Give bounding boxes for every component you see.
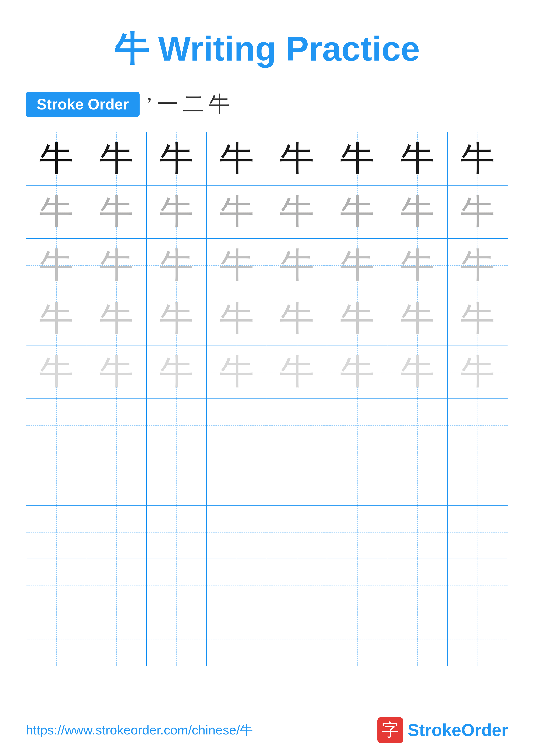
grid-cell[interactable]: 牛 bbox=[387, 345, 447, 399]
grid-cell[interactable]: 牛 bbox=[87, 132, 146, 186]
grid-cell[interactable]: 牛 bbox=[267, 345, 327, 399]
grid-cell[interactable] bbox=[87, 505, 146, 559]
grid-cell[interactable] bbox=[327, 452, 387, 506]
grid-cell[interactable] bbox=[327, 505, 387, 559]
grid-cell[interactable]: 牛 bbox=[207, 239, 267, 292]
grid-cell[interactable] bbox=[207, 505, 267, 559]
grid-cell[interactable]: 牛 bbox=[26, 186, 87, 239]
grid-cell[interactable]: 牛 bbox=[147, 239, 207, 292]
grid-cell[interactable] bbox=[87, 559, 146, 612]
footer-logo: 字 StrokeOrder bbox=[377, 717, 508, 743]
grid-cell[interactable] bbox=[207, 612, 267, 666]
grid-cell[interactable]: 牛 bbox=[447, 292, 508, 346]
grid-cell[interactable] bbox=[327, 559, 387, 612]
footer: https://www.strokeorder.com/chinese/牛 字 … bbox=[26, 717, 508, 743]
grid-cell[interactable]: 牛 bbox=[267, 186, 327, 239]
grid-cell[interactable] bbox=[207, 452, 267, 506]
grid-cell[interactable]: 牛 bbox=[147, 292, 207, 346]
grid-cell[interactable]: 牛 bbox=[147, 186, 207, 239]
grid-cell[interactable]: 牛 bbox=[387, 132, 447, 186]
grid-cell[interactable]: 牛 bbox=[267, 239, 327, 292]
grid-cell[interactable] bbox=[387, 612, 447, 666]
grid-cell[interactable] bbox=[147, 399, 207, 452]
practice-char: 牛 bbox=[159, 189, 194, 235]
grid-cell[interactable]: 牛 bbox=[327, 239, 387, 292]
grid-cell[interactable]: 牛 bbox=[327, 345, 387, 399]
grid-cell[interactable]: 牛 bbox=[447, 186, 508, 239]
grid-cell[interactable] bbox=[387, 399, 447, 452]
grid-cell[interactable]: 牛 bbox=[147, 132, 207, 186]
grid-cell[interactable]: 牛 bbox=[207, 292, 267, 346]
practice-char: 牛 bbox=[460, 349, 495, 395]
grid-cell[interactable] bbox=[207, 399, 267, 452]
stroke-3: 二 bbox=[183, 90, 204, 119]
grid-cell[interactable] bbox=[147, 612, 207, 666]
grid-cell[interactable] bbox=[327, 612, 387, 666]
grid-cell[interactable] bbox=[147, 452, 207, 506]
grid-cell[interactable] bbox=[447, 505, 508, 559]
grid-cell[interactable] bbox=[26, 559, 87, 612]
grid-cell[interactable]: 牛 bbox=[26, 132, 87, 186]
grid-cell[interactable] bbox=[387, 505, 447, 559]
grid-cell[interactable] bbox=[26, 452, 87, 506]
practice-char: 牛 bbox=[280, 349, 314, 395]
grid-cell[interactable]: 牛 bbox=[387, 186, 447, 239]
grid-cell[interactable]: 牛 bbox=[26, 345, 87, 399]
grid-cell[interactable] bbox=[26, 612, 87, 666]
stroke-order-section: Stroke Order ’ 一 二 牛 bbox=[26, 90, 508, 119]
grid-cell[interactable]: 牛 bbox=[327, 132, 387, 186]
grid-cell[interactable]: 牛 bbox=[207, 186, 267, 239]
grid-cell[interactable]: 牛 bbox=[447, 132, 508, 186]
grid-cell[interactable] bbox=[267, 452, 327, 506]
grid-cell[interactable]: 牛 bbox=[207, 345, 267, 399]
practice-char: 牛 bbox=[39, 189, 73, 235]
stroke-order-strokes: ’ 一 二 牛 bbox=[146, 90, 230, 119]
grid-cell[interactable] bbox=[267, 505, 327, 559]
grid-cell[interactable]: 牛 bbox=[267, 292, 327, 346]
grid-cell[interactable] bbox=[387, 452, 447, 506]
grid-cell[interactable]: 牛 bbox=[387, 292, 447, 346]
grid-cell[interactable] bbox=[447, 399, 508, 452]
grid-cell[interactable] bbox=[267, 612, 327, 666]
grid-cell[interactable]: 牛 bbox=[26, 239, 87, 292]
grid-cell[interactable]: 牛 bbox=[327, 292, 387, 346]
grid-cell[interactable] bbox=[447, 559, 508, 612]
page-title: 牛 Writing Practice bbox=[26, 26, 508, 72]
grid-cell[interactable]: 牛 bbox=[87, 186, 146, 239]
grid-cell[interactable]: 牛 bbox=[87, 292, 146, 346]
practice-char: 牛 bbox=[159, 295, 194, 342]
grid-cell[interactable]: 牛 bbox=[87, 239, 146, 292]
grid-cell[interactable] bbox=[26, 505, 87, 559]
practice-char: 牛 bbox=[99, 295, 134, 342]
practice-char: 牛 bbox=[159, 349, 194, 395]
stroke-2: 一 bbox=[157, 90, 178, 119]
grid-cell[interactable] bbox=[26, 399, 87, 452]
grid-cell[interactable] bbox=[147, 505, 207, 559]
grid-cell[interactable]: 牛 bbox=[327, 186, 387, 239]
grid-cell[interactable]: 牛 bbox=[147, 345, 207, 399]
grid-cell[interactable] bbox=[327, 399, 387, 452]
grid-cell[interactable]: 牛 bbox=[387, 239, 447, 292]
grid-cell[interactable] bbox=[87, 399, 146, 452]
grid-cell[interactable] bbox=[267, 399, 327, 452]
practice-char: 牛 bbox=[340, 349, 374, 395]
practice-char: 牛 bbox=[400, 349, 435, 395]
practice-char: 牛 bbox=[280, 135, 314, 182]
logo-icon: 字 bbox=[377, 717, 403, 743]
grid-cell[interactable] bbox=[207, 559, 267, 612]
grid-cell[interactable] bbox=[447, 452, 508, 506]
practice-char: 牛 bbox=[39, 135, 73, 182]
grid-cell[interactable]: 牛 bbox=[207, 132, 267, 186]
grid-cell[interactable] bbox=[87, 452, 146, 506]
grid-cell[interactable]: 牛 bbox=[447, 239, 508, 292]
grid-cell[interactable] bbox=[447, 612, 508, 666]
grid-cell[interactable] bbox=[87, 612, 146, 666]
grid-cell[interactable]: 牛 bbox=[26, 292, 87, 346]
grid-cell[interactable] bbox=[387, 559, 447, 612]
grid-cell[interactable]: 牛 bbox=[87, 345, 146, 399]
grid-cell[interactable] bbox=[147, 559, 207, 612]
grid-cell[interactable]: 牛 bbox=[267, 132, 327, 186]
page: 牛 Writing Practice Stroke Order ’ 一 二 牛 … bbox=[0, 0, 534, 756]
grid-cell[interactable]: 牛 bbox=[447, 345, 508, 399]
grid-cell[interactable] bbox=[267, 559, 327, 612]
